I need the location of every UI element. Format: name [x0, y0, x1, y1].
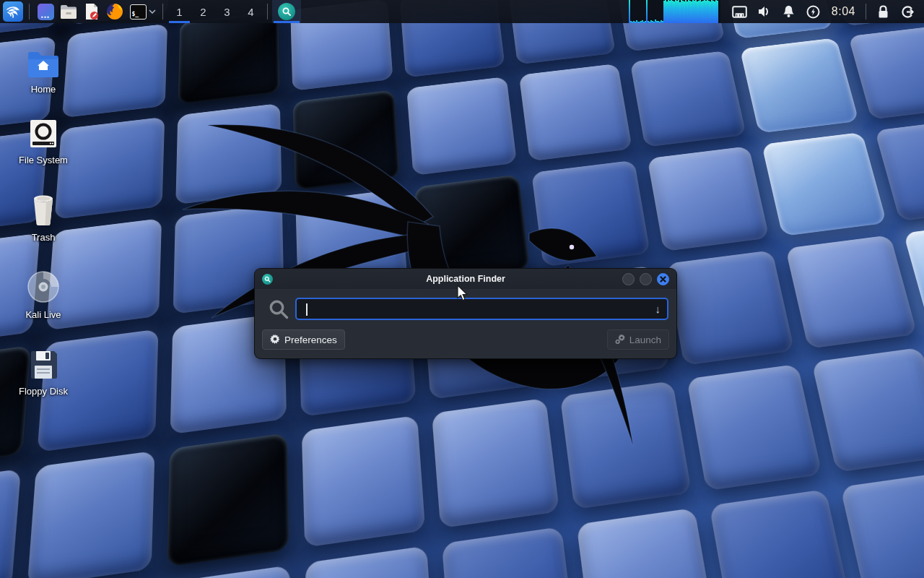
- desktop-icon-kali-live[interactable]: Kali Live: [9, 267, 78, 320]
- application-finder-window: Application Finder ↓: [254, 268, 677, 359]
- wallpaper-cube: [442, 527, 577, 578]
- power-manager-icon[interactable]: [801, 0, 826, 23]
- close-icon: [660, 276, 666, 282]
- desktop-icon-file-system[interactable]: File System: [9, 113, 78, 165]
- search-icon: [262, 298, 295, 320]
- minimize-button[interactable]: [622, 273, 635, 285]
- desktop-icon-trash[interactable]: Trash: [9, 190, 78, 243]
- wallpaper-cube: [27, 451, 155, 578]
- workspace-4-label: 4: [248, 6, 253, 18]
- workspace-3-label: 3: [224, 6, 230, 18]
- launcher-firefox[interactable]: [103, 0, 126, 23]
- floppy-icon: [9, 344, 78, 380]
- desktop-icon-home[interactable]: Home: [9, 42, 78, 95]
- drive-icon: [9, 113, 78, 149]
- gear-icon: [270, 334, 280, 345]
- dragon-eye: [570, 245, 574, 249]
- wallpaper-cube: [785, 235, 918, 349]
- desktop-icon-label: Floppy Disk: [9, 386, 78, 397]
- notifications-bell-icon[interactable]: [777, 0, 801, 23]
- kali-menu-button[interactable]: [1, 0, 25, 23]
- wallpaper-cube: [709, 489, 853, 578]
- launch-gears-icon: [615, 334, 625, 345]
- close-button[interactable]: [657, 273, 669, 285]
- trash-icon: [9, 190, 78, 226]
- wallpaper-cube: [848, 25, 924, 120]
- mouse-cursor: [457, 285, 468, 301]
- volume-icon[interactable]: [752, 0, 777, 23]
- launch-label: Launch: [629, 335, 661, 345]
- panel-separator: [267, 4, 268, 20]
- home-folder-icon: [9, 42, 78, 78]
- lock-screen-icon[interactable]: [871, 0, 895, 23]
- desktop-icon-label: Home: [9, 84, 78, 95]
- wallpaper-cube: [305, 545, 436, 578]
- taskbar-app-finder[interactable]: [272, 0, 301, 23]
- system-tray: 8:04: [720, 0, 924, 23]
- panel-separator: [29, 4, 30, 20]
- workspace-2[interactable]: 2: [191, 0, 215, 23]
- preferences-button[interactable]: Preferences: [262, 329, 345, 350]
- firefox-icon: [106, 3, 123, 20]
- launcher-file-manager[interactable]: [57, 0, 80, 23]
- wallpaper-cube: [740, 38, 859, 133]
- text-caret: [306, 303, 308, 316]
- terminal-dropdown-chevron[interactable]: [147, 0, 158, 23]
- document-edit-icon: [83, 3, 100, 20]
- launch-button[interactable]: Launch: [607, 329, 669, 350]
- workspace-2-label: 2: [200, 6, 206, 18]
- panel-separator: [866, 4, 866, 20]
- workspace-1[interactable]: 1: [167, 0, 191, 23]
- ethernet-icon[interactable]: [728, 0, 752, 23]
- maximize-button[interactable]: [640, 273, 652, 285]
- wallpaper-cube: [811, 348, 924, 473]
- desktop-icon-floppy-disk[interactable]: Floppy Disk: [9, 344, 78, 397]
- desktop-root: •••: [0, 0, 924, 578]
- disc-icon: [9, 267, 78, 303]
- app-finder-icon: [278, 3, 295, 20]
- wallpaper-cube: [666, 250, 795, 366]
- desktop-icon-label: Trash: [9, 232, 78, 243]
- panel-separator: [162, 4, 163, 20]
- wallpaper-cube: [762, 132, 887, 236]
- workspace-4[interactable]: 4: [239, 0, 263, 23]
- wallpaper-cube: [840, 471, 924, 578]
- search-input[interactable]: ↓: [295, 298, 668, 320]
- top-panel: •••: [0, 0, 924, 23]
- cpu-graph[interactable]: [629, 0, 720, 23]
- workspace-3[interactable]: 3: [215, 0, 239, 23]
- terminal-icon: $_: [130, 4, 147, 20]
- wallpaper-cube: [0, 469, 21, 578]
- wallpaper-cube: [163, 565, 292, 578]
- kali-dragon-icon: [3, 1, 23, 22]
- wallpaper-cube: [576, 508, 715, 578]
- dashboard-icon: •••: [38, 4, 54, 20]
- wallpaper-cube: [687, 364, 822, 491]
- folder-icon: [60, 4, 77, 20]
- window-title: Application Finder: [255, 274, 676, 284]
- launcher-text-editor[interactable]: [80, 0, 103, 23]
- launcher-xfdashboard[interactable]: •••: [34, 0, 57, 23]
- workspace-1-label: 1: [176, 6, 182, 18]
- dropdown-arrow-icon[interactable]: ↓: [655, 303, 668, 315]
- preferences-label: Preferences: [284, 335, 337, 345]
- log-out-icon[interactable]: [895, 0, 920, 23]
- desktop-icon-label: File System: [9, 155, 78, 165]
- clock[interactable]: 8:04: [826, 5, 861, 18]
- desktop-icon-label: Kali Live: [9, 309, 78, 320]
